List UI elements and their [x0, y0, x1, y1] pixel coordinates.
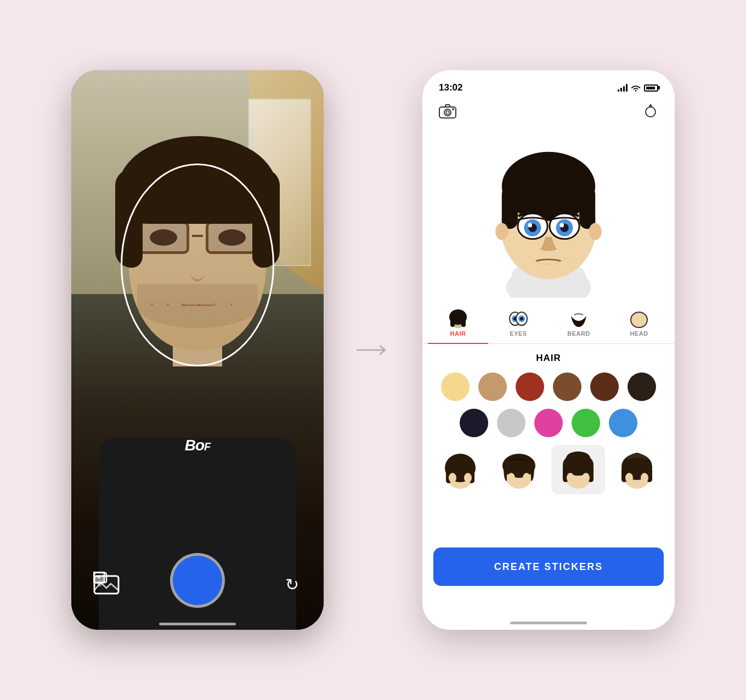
tab-beard[interactable]: BEARD [549, 303, 609, 343]
gender-icon-button[interactable] [643, 103, 658, 122]
create-stickers-label: CREATE STICKERS [494, 561, 603, 573]
hair-style-3[interactable] [551, 445, 605, 494]
wifi-icon [631, 84, 641, 92]
color-swatch-red[interactable] [516, 372, 544, 401]
arrow-container [357, 343, 389, 357]
tab-head[interactable]: HEAD [609, 303, 669, 343]
svg-point-13 [646, 107, 655, 117]
color-swatch-light-brown[interactable] [478, 372, 507, 401]
sweatshirt-text: BoF [185, 437, 211, 454]
color-swatch-brown[interactable] [553, 372, 581, 401]
svg-point-54 [502, 454, 535, 478]
svg-point-44 [520, 317, 523, 320]
color-swatch-dark-brown[interactable] [590, 372, 619, 401]
svg-point-12 [452, 108, 454, 110]
svg-point-10 [444, 109, 451, 116]
svg-point-23 [495, 223, 508, 240]
main-container: BoF [0, 0, 746, 700]
home-indicator-right [510, 622, 587, 624]
svg-rect-22 [579, 187, 595, 229]
svg-point-55 [507, 473, 515, 483]
top-controls [422, 98, 675, 128]
svg-point-34 [560, 223, 564, 228]
svg-point-24 [589, 223, 602, 240]
tab-hair-label: HAIR [450, 330, 466, 337]
svg-point-63 [582, 473, 590, 483]
gallery-button[interactable] [93, 572, 120, 597]
camera-icon-button[interactable] [439, 103, 456, 122]
battery-fill [646, 87, 655, 89]
color-swatch-pink[interactable] [534, 409, 563, 437]
status-bar: 13:02 [422, 70, 675, 98]
svg-point-7 [97, 575, 100, 579]
tab-eyes-label: EYES [510, 330, 527, 337]
status-time: 13:02 [439, 82, 462, 93]
color-row-1 [433, 372, 664, 401]
battery-icon [644, 84, 658, 92]
tab-eyes[interactable]: EYES [488, 303, 549, 343]
color-swatch-blonde[interactable] [441, 372, 470, 401]
svg-rect-38 [461, 317, 466, 327]
create-stickers-button[interactable]: CREATE STICKERS [433, 547, 664, 586]
section-title: HAIR [433, 353, 664, 364]
direction-arrow [357, 343, 389, 357]
svg-point-61 [566, 451, 590, 465]
flip-camera-button[interactable]: ↻ [285, 575, 299, 594]
tab-head-icon [628, 309, 650, 328]
signal-icon [618, 84, 628, 92]
avatar-display [422, 128, 675, 303]
svg-point-56 [523, 473, 530, 483]
svg-point-68 [625, 473, 633, 483]
color-row-2 [433, 409, 664, 437]
hair-styles-row [433, 445, 664, 494]
camera-background: BoF [71, 70, 324, 630]
svg-point-69 [641, 473, 648, 483]
tabs-container: HAIR EYES [422, 303, 675, 344]
avatar-svg [472, 133, 625, 298]
svg-point-62 [567, 473, 574, 483]
color-swatch-near-black[interactable] [628, 372, 656, 401]
face-detection-oval [121, 163, 274, 366]
home-indicator-left [159, 623, 236, 625]
hair-style-2[interactable] [493, 445, 546, 494]
svg-point-52 [464, 473, 472, 483]
tab-hair-icon [447, 309, 469, 328]
hair-section: HAIR [422, 344, 675, 503]
tab-hair[interactable]: HAIR [428, 303, 488, 343]
hair-style-4[interactable] [611, 445, 664, 494]
svg-rect-37 [450, 317, 455, 327]
svg-point-51 [449, 473, 456, 483]
tab-eyes-icon [507, 309, 529, 328]
capture-button[interactable] [173, 556, 222, 605]
svg-point-11 [446, 111, 449, 114]
color-swatch-gray[interactable] [497, 409, 525, 437]
status-icons [618, 84, 658, 92]
color-swatch-black[interactable] [460, 409, 488, 437]
svg-point-33 [528, 223, 532, 228]
tab-head-label: HEAD [630, 330, 648, 337]
color-swatch-blue[interactable] [609, 409, 637, 437]
tab-beard-icon [568, 309, 590, 328]
tab-beard-label: BEARD [567, 330, 590, 337]
svg-rect-21 [502, 187, 518, 229]
left-phone: BoF [71, 70, 324, 630]
right-phone: 13:02 [422, 70, 675, 630]
hair-style-1[interactable] [433, 445, 487, 494]
color-swatch-green[interactable] [572, 409, 600, 437]
